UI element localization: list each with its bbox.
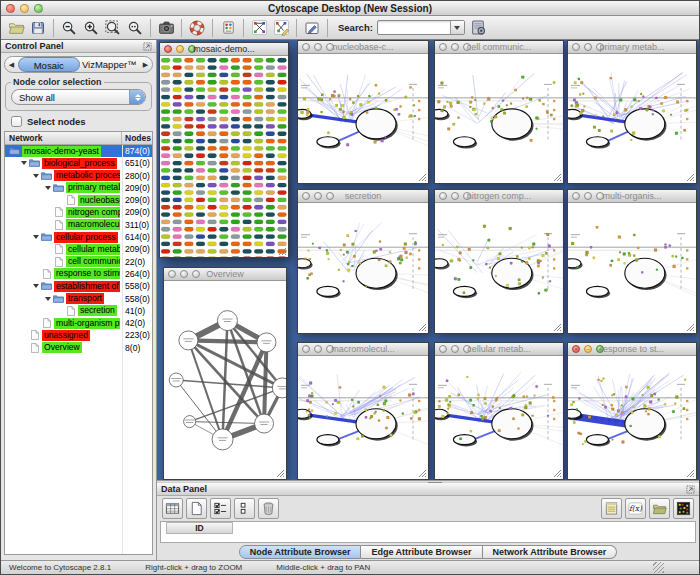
app-titlebar[interactable]: Cytoscape Desktop (New Session) <box>1 1 699 16</box>
network-tree-row[interactable]: secretion41(0) <box>5 305 152 317</box>
network-view-window[interactable]: nucleobase-c... <box>297 40 429 184</box>
network-view-window[interactable]: mosaic-demo... <box>159 42 289 258</box>
expand-arrow-icon[interactable] <box>33 174 39 178</box>
network-canvas[interactable] <box>298 203 428 333</box>
network-edit-button[interactable] <box>270 17 292 39</box>
help-ring-button[interactable] <box>186 17 208 39</box>
network-tree-row[interactable]: biological_process651(0) <box>5 157 152 169</box>
network-canvas[interactable] <box>435 54 563 183</box>
resize-grip[interactable] <box>653 562 664 573</box>
network-desktop[interactable]: mosaic-demo...Overviewnucleobase-c...cel… <box>157 40 699 480</box>
tab-node-attribute-browser[interactable]: Node Attribute Browser <box>239 545 362 559</box>
window-titlebar[interactable]: cellular metab... <box>435 343 563 356</box>
expand-arrow-icon[interactable] <box>45 186 51 190</box>
select-nodes-checkbox[interactable] <box>11 116 22 127</box>
float-panel-icon[interactable] <box>143 42 152 51</box>
quick-find-config-button[interactable] <box>468 17 490 39</box>
network-tree-row[interactable]: mosaic-demo-yeast874(0) <box>5 145 152 157</box>
search-combobox[interactable] <box>377 20 465 35</box>
import-attributes-button[interactable] <box>649 498 670 519</box>
network-view-button[interactable] <box>248 17 270 39</box>
network-canvas[interactable] <box>298 54 428 183</box>
zoom-in-button[interactable] <box>80 17 102 39</box>
node-color-dropdown[interactable]: Show all <box>11 89 146 105</box>
network-view-window[interactable]: macromolecul... <box>297 342 429 480</box>
tab-scroll-right-icon[interactable]: ▶ <box>139 57 152 72</box>
network-tree-row[interactable]: cellular process614(0) <box>5 231 152 243</box>
network-canvas[interactable] <box>568 203 696 333</box>
zoom-selected-button[interactable] <box>124 17 146 39</box>
column-header-nodes[interactable]: Nodes <box>122 132 152 144</box>
window-titlebar[interactable]: macromolecul... <box>298 343 428 356</box>
network-canvas[interactable] <box>160 56 288 257</box>
window-titlebar[interactable]: ×−+response to st... <box>568 343 696 356</box>
network-tree-row[interactable]: primary metabo209(0) <box>5 182 152 194</box>
window-titlebar[interactable]: cell communic... <box>435 41 563 54</box>
tab-vizmapper[interactable]: VizMapper™ <box>80 57 140 72</box>
network-tree-row[interactable]: unassigned223(0) <box>5 329 152 341</box>
expand-arrow-icon[interactable] <box>33 235 39 239</box>
network-view-window[interactable]: ×−+response to st... <box>567 342 697 480</box>
network-canvas[interactable] <box>568 356 696 479</box>
network-tree-row[interactable]: nitrogen compo209(0) <box>5 206 152 218</box>
network-tree-row[interactable]: metabolic process280(0) <box>5 170 152 182</box>
formula-button[interactable]: f(x) <box>625 498 646 519</box>
attribute-table[interactable]: ID <box>160 521 696 543</box>
network-canvas[interactable] <box>568 54 696 183</box>
network-view-window[interactable]: cell communic... <box>434 40 564 184</box>
delete-attribute-button[interactable] <box>258 498 279 519</box>
search-dropdown-button[interactable] <box>450 21 464 34</box>
network-tree-row[interactable]: nucleobase-209(0) <box>5 194 152 206</box>
attribute-column-header-id[interactable]: ID <box>166 522 233 534</box>
network-tree-row[interactable]: macromolecule311(0) <box>5 219 152 231</box>
network-view-window[interactable]: Overview <box>163 267 287 480</box>
select-attributes-checked-button[interactable] <box>210 498 231 519</box>
network-view-window[interactable]: multi-organis... <box>567 189 697 334</box>
select-attributes-button[interactable] <box>234 498 255 519</box>
network-tree-row[interactable]: response to stimul264(0) <box>5 268 152 280</box>
network-canvas[interactable] <box>298 356 428 479</box>
column-header-network[interactable]: Network <box>5 132 122 144</box>
network-canvas[interactable] <box>435 356 563 479</box>
attribute-batch-button[interactable] <box>601 498 622 519</box>
network-tree-row[interactable]: transport558(0) <box>5 293 152 305</box>
window-titlebar[interactable]: mosaic-demo... <box>160 43 288 56</box>
tab-network-attribute-browser[interactable]: Network Attribute Browser <box>483 545 618 559</box>
network-view-window[interactable]: cellular metab... <box>434 342 564 480</box>
window-titlebar[interactable]: primary metab... <box>568 41 696 54</box>
snapshot-button[interactable] <box>155 17 177 39</box>
zoom-out-button[interactable] <box>58 17 80 39</box>
annotation-button[interactable] <box>301 17 323 39</box>
window-titlebar[interactable]: multi-organis... <box>568 190 696 203</box>
attribute-table-button[interactable] <box>162 498 183 519</box>
window-titlebar[interactable]: secretion <box>298 190 428 203</box>
expand-arrow-icon[interactable] <box>45 297 51 301</box>
float-panel-icon[interactable] <box>686 485 695 494</box>
new-attribute-button[interactable] <box>186 498 207 519</box>
network-view-window[interactable]: nitrogen comp... <box>434 189 564 334</box>
network-canvas[interactable] <box>164 281 286 479</box>
node-appearance-button[interactable] <box>217 17 239 39</box>
zoom-fit-button[interactable] <box>102 17 124 39</box>
network-tree-row[interactable]: Overview8(0) <box>5 342 152 354</box>
network-tree-row[interactable]: cellular metabo209(0) <box>5 243 152 255</box>
window-titlebar[interactable]: nucleobase-c... <box>298 41 428 54</box>
open-folder-button[interactable] <box>5 17 27 39</box>
tab-mosaic[interactable]: Mosaic <box>18 57 80 72</box>
window-titlebar[interactable]: Overview <box>164 268 286 281</box>
network-tree-row[interactable]: multi-organism pro42(0) <box>5 317 152 329</box>
expand-arrow-icon[interactable] <box>21 161 27 165</box>
network-view-window[interactable]: primary metab... <box>567 40 697 184</box>
tab-edge-attribute-browser[interactable]: Edge Attribute Browser <box>361 545 482 559</box>
expand-arrow-icon[interactable] <box>33 284 39 288</box>
search-input[interactable] <box>378 22 450 34</box>
heatmap-button[interactable] <box>673 498 694 519</box>
tab-scroll-left-icon[interactable]: ◀ <box>5 57 18 72</box>
network-tree-row[interactable]: cell communicat22(0) <box>5 256 152 268</box>
network-view-window[interactable]: secretion <box>297 189 429 334</box>
horizontal-splitter[interactable] <box>157 480 699 483</box>
network-tree-row[interactable]: establishment of lo558(0) <box>5 280 152 292</box>
window-titlebar[interactable]: nitrogen comp... <box>435 190 563 203</box>
network-canvas[interactable] <box>435 203 563 333</box>
save-button[interactable] <box>27 17 49 39</box>
